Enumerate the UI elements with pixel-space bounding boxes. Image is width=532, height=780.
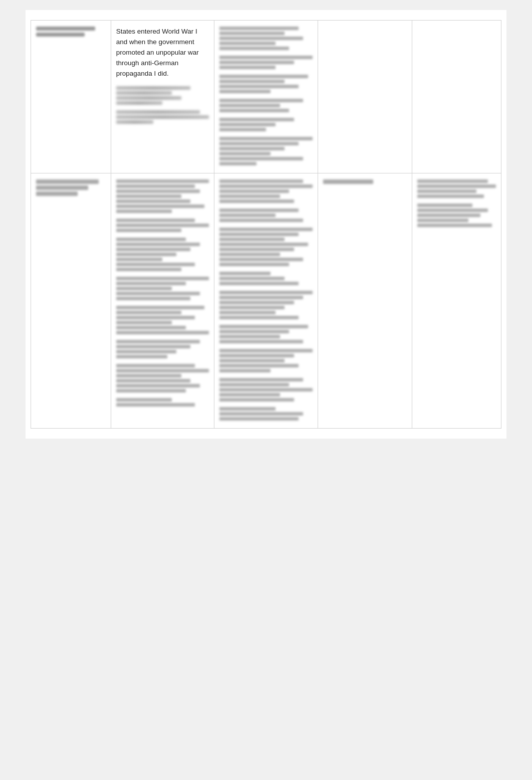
blurred-content (36, 27, 106, 37)
table-cell (31, 173, 111, 429)
blurred-header-content (36, 179, 106, 196)
table-cell (214, 173, 318, 429)
table-cell (318, 173, 412, 429)
table-cell (111, 173, 214, 429)
blurred-content (417, 179, 496, 227)
table-row (31, 173, 501, 429)
page-container: States entered World War I and when the … (26, 10, 506, 439)
blurred-content-below (116, 82, 209, 124)
blurred-content (116, 179, 209, 407)
table-cell-empty (318, 21, 412, 173)
main-paragraph: States entered World War I and when the … (116, 27, 209, 79)
table-cell (412, 173, 501, 429)
table-row: States entered World War I and when the … (31, 21, 501, 173)
blurred-content (219, 179, 313, 421)
table-cell-empty (412, 21, 501, 173)
blurred-content (323, 179, 407, 184)
table-cell (31, 21, 111, 173)
table-cell-main-text: States entered World War I and when the … (111, 21, 214, 173)
main-table: States entered World War I and when the … (31, 20, 501, 429)
blurred-content (219, 27, 313, 165)
table-cell (214, 21, 318, 173)
